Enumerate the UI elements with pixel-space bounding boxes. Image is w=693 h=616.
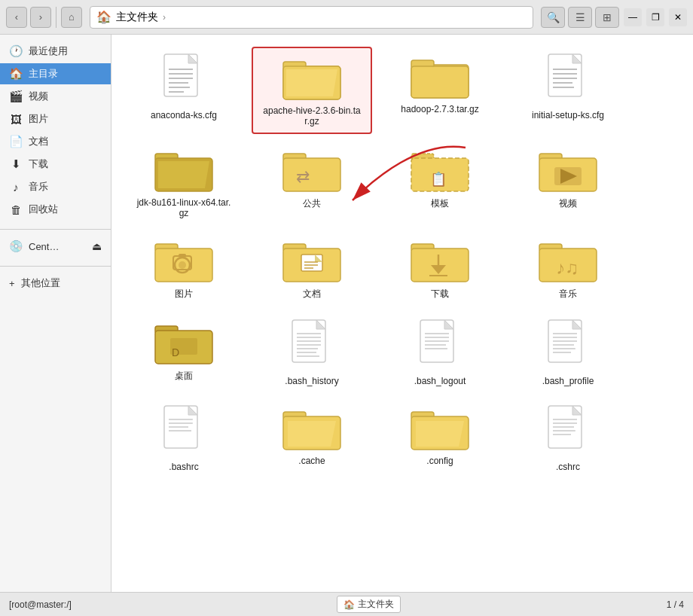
sidebar-item-centos[interactable]: 💿 Cent… ⏏ <box>0 236 111 257</box>
sidebar-label-centos: Cent… <box>29 241 59 252</box>
folder-icon-public: ⇄ <box>282 146 342 194</box>
file-item-bashrc[interactable]: .bashrc <box>124 398 244 478</box>
sidebar-item-music[interactable]: ♪ 音乐 <box>0 176 111 197</box>
file-item-bash-logout[interactable]: .bash_logout <box>380 313 500 392</box>
sidebar-item-recent[interactable]: 🕐 最近使用 <box>0 41 111 62</box>
file-label-jdk: jdk-8u161-linux-x64.tar.gz <box>135 197 233 218</box>
tab-label: 主文件夹 <box>358 598 394 611</box>
folder-open-icon <box>282 54 342 102</box>
search-button[interactable]: 🔍 <box>541 7 565 28</box>
forward-button[interactable]: › <box>30 7 51 28</box>
close-button[interactable]: ✕ <box>669 8 687 26</box>
toolbar-actions: 🔍 ☰ ⊞ <box>541 7 619 28</box>
page-info: 1 / 4 <box>667 599 684 610</box>
home-icon: 🏠 <box>9 67 23 81</box>
file-item-picture-folder[interactable]: 图片 <box>124 230 244 306</box>
file-content-area: anaconda-ks.cfg apache-hive-2.3.6-bin.ta… <box>111 35 693 592</box>
centos-icon: 💿 <box>9 239 23 253</box>
file-label-bash-logout: .bash_logout <box>414 376 466 386</box>
file-item-bash-history[interactable]: .bash_history <box>252 313 372 392</box>
svg-rect-38 <box>179 254 186 258</box>
folder-icon-template: 📋 <box>410 146 470 194</box>
file-item-cshrc[interactable]: .cshrc <box>508 398 628 478</box>
tab-home-icon: 🏠 <box>343 599 355 610</box>
sidebar-label-music: 音乐 <box>29 180 48 194</box>
svg-point-36 <box>179 261 186 269</box>
file-label-anaconda-ks: anaconda-ks.cfg <box>151 110 217 120</box>
file-item-hadoop[interactable]: hadoop-2.7.3.tar.gz <box>380 47 500 134</box>
titlebar: ‹ › ⌂ 🏠 主文件夹 › 🔍 ☰ ⊞ — ❐ ✕ <box>0 0 693 35</box>
file-item-download-folder[interactable]: 下载 <box>380 230 500 306</box>
folder-icon-cache <box>282 404 342 453</box>
svg-rect-13 <box>411 66 469 98</box>
folder-icon-jdk <box>154 146 214 194</box>
bottombar-tab[interactable]: 🏠 主文件夹 <box>337 596 401 613</box>
file-item-apache-hive[interactable]: apache-hive-2.3.6-bin.tar.gz <box>252 47 372 134</box>
file-item-template[interactable]: 📋 模板 <box>380 140 500 224</box>
file-label-bash-profile: .bash_profile <box>542 376 594 386</box>
document-icon: 📄 <box>9 135 23 148</box>
file-item-config[interactable]: .config <box>380 398 500 478</box>
back-button[interactable]: ‹ <box>6 7 27 28</box>
folder-icon-hadoop <box>410 53 470 101</box>
file-item-initial-setup[interactable]: initial-setup-ks.cfg <box>508 47 628 134</box>
file-item-public[interactable]: ⇄ 公共 <box>252 140 372 224</box>
file-item-music-folder[interactable]: ♪♫ 音乐 <box>508 230 628 306</box>
view-icon-button[interactable]: ⊞ <box>595 7 619 28</box>
file-label-video-folder: 视频 <box>559 197 577 210</box>
folder-icon-video <box>538 146 598 194</box>
file-label-document-folder: 文档 <box>303 288 321 300</box>
file-item-desktop-folder[interactable]: D 桌面 <box>124 313 244 392</box>
file-label-desktop-folder: 桌面 <box>175 370 193 383</box>
sidebar-label-video: 视频 <box>29 90 48 103</box>
file-grid: anaconda-ks.cfg apache-hive-2.3.6-bin.ta… <box>124 47 681 478</box>
main-area: 🕐 最近使用 🏠 主目录 🎬 视频 🖼 图片 📄 文档 ⬇ 下载 ♪ 音乐 🗑 <box>0 35 693 592</box>
file-label-initial-setup: initial-setup-ks.cfg <box>532 110 604 120</box>
textfile-icon-bash-profile <box>545 319 591 373</box>
sidebar-item-home[interactable]: 🏠 主目录 <box>0 63 111 84</box>
textfile-icon-cshrc <box>545 404 591 459</box>
file-label-bashrc: .bashrc <box>169 462 198 472</box>
file-item-video-folder[interactable]: 视频 <box>508 140 628 224</box>
minimize-button[interactable]: — <box>624 8 642 26</box>
up-button[interactable]: ⌂ <box>61 7 82 28</box>
trash-icon: 🗑 <box>9 203 23 216</box>
textfile-icon-bash-logout <box>417 319 463 373</box>
file-label-cshrc: .cshrc <box>556 462 580 472</box>
sidebar-item-other[interactable]: + 其他位置 <box>0 273 111 294</box>
bottombar: [root@master:/] 🏠 主文件夹 1 / 4 <box>0 592 693 616</box>
sidebar-item-trash[interactable]: 🗑 回收站 <box>0 199 111 220</box>
sidebar-item-download[interactable]: ⬇ 下载 <box>0 154 111 175</box>
file-label-apache-hive: apache-hive-2.3.6-bin.tar.gz <box>263 105 361 127</box>
view-list-button[interactable]: ☰ <box>568 7 592 28</box>
file-item-bash-profile[interactable]: .bash_profile <box>508 313 628 392</box>
music-icon: ♪ <box>9 181 23 194</box>
path-bar[interactable]: 🏠 主文件夹 › <box>90 6 533 29</box>
path-arrow: › <box>163 12 166 23</box>
file-item-cache[interactable]: .cache <box>252 398 372 478</box>
path-label: 主文件夹 <box>116 11 158 24</box>
folder-icon-desktop: D <box>154 319 214 367</box>
folder-icon-download <box>410 236 470 285</box>
download-icon: ⬇ <box>9 157 23 171</box>
sidebar-item-picture[interactable]: 🖼 图片 <box>0 108 111 130</box>
nav-separator <box>56 7 56 28</box>
file-item-document-folder[interactable]: 文档 <box>252 230 372 306</box>
picture-icon: 🖼 <box>9 113 23 126</box>
sidebar-label-download: 下载 <box>29 157 48 171</box>
sidebar-item-document[interactable]: 📄 文档 <box>0 131 111 152</box>
maximize-button[interactable]: ❐ <box>646 8 664 26</box>
home-path-icon: 🏠 <box>96 10 111 24</box>
file-item-jdk[interactable]: jdk-8u161-linux-x64.tar.gz <box>124 140 244 224</box>
sidebar-item-video[interactable]: 🎬 视频 <box>0 86 111 107</box>
textfile-icon <box>161 53 206 107</box>
bottombar-left: [root@master:/] <box>9 599 72 610</box>
recent-icon: 🕐 <box>9 44 23 58</box>
sidebar-label-document: 文档 <box>29 135 48 148</box>
folder-icon-document <box>282 236 342 285</box>
eject-icon[interactable]: ⏏ <box>92 240 102 252</box>
file-item-anaconda-ks[interactable]: anaconda-ks.cfg <box>124 47 244 134</box>
folder-icon-config <box>410 404 470 453</box>
file-label-bash-history: .bash_history <box>285 376 338 386</box>
sidebar: 🕐 最近使用 🏠 主目录 🎬 视频 🖼 图片 📄 文档 ⬇ 下载 ♪ 音乐 🗑 <box>0 35 111 592</box>
